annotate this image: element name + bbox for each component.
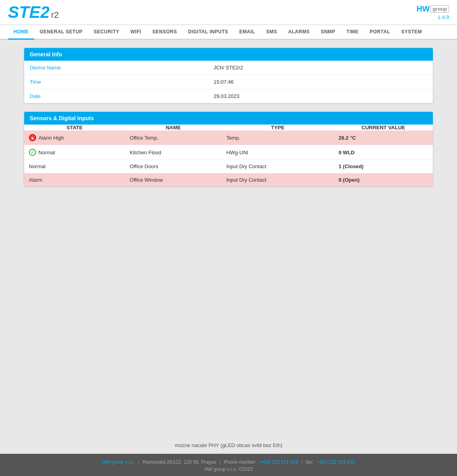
nav-time[interactable]: TIME (341, 25, 364, 39)
nav-system[interactable]: SYSTEM (396, 25, 427, 39)
table-row: ▲ Alarm High Office Temp. Temp. 26.2 °C (24, 131, 433, 145)
version-text: 1.4.9 (438, 14, 449, 20)
page-header: STE2 r2 HW group 1.4.9 (0, 0, 457, 25)
navbar: HOME GENERAL SETUP SECURITY WIFI SENSORS… (0, 25, 457, 40)
nav-wifi[interactable]: WIFI (125, 25, 147, 39)
sensor-name-4: Office Window (125, 173, 222, 187)
table-row: Date 29.03.2023 (24, 89, 433, 104)
sensors-table: STATE NAME TYPE CURRENT VALUE ▲ Alarm Hi… (24, 125, 433, 186)
footer-sep-2: | (220, 459, 221, 465)
sensor-value-1: 26.2 °C (334, 131, 433, 145)
state-cell-1: ▲ Alarm High (24, 131, 125, 145)
device-name-label: Device Name (24, 61, 208, 75)
col-type: TYPE (222, 125, 334, 131)
nav-home[interactable]: HOME (8, 25, 34, 40)
sensor-name-2: Kitchen Flood (125, 145, 222, 160)
footer-sep-3: | (301, 459, 302, 465)
nav-email[interactable]: EMAIL (234, 25, 261, 39)
nav-general-setup[interactable]: GENERAL SETUP (34, 25, 88, 39)
logo-area: STE2 r2 (8, 4, 59, 21)
nav-digital-inputs[interactable]: DIGITAL INPUTS (183, 25, 234, 39)
sensor-type-4: Input Dry Contact (222, 173, 334, 187)
logo-r2: r2 (51, 10, 59, 20)
state-label-1: Alarm High (38, 135, 64, 141)
date-label: Date (24, 89, 208, 104)
footer-phone-link[interactable]: +420 222 511 918 (260, 459, 298, 465)
sensor-type-2: HWg-UNI (222, 145, 334, 160)
footer-fax-link[interactable]: +420 222 513 833 (317, 459, 355, 465)
col-value: CURRENT VALUE (334, 125, 433, 131)
nav-alarms[interactable]: ALARMS (283, 25, 315, 39)
state-cell-4: Alarm (24, 173, 125, 187)
state-cell-2: ✓ Normal (24, 145, 125, 160)
sensor-value-3: 1 (Closed) (334, 160, 433, 173)
sensors-table-header-row: STATE NAME TYPE CURRENT VALUE (24, 125, 433, 131)
footer-address: Rumunská 26/122, 120 00, Prague (143, 459, 216, 465)
time-value: 15:07:46 (208, 75, 433, 89)
footer-sep-1: | (138, 459, 140, 465)
footer-fax-label: fax: (306, 459, 313, 465)
main-content: General Info Device Name JCh/ STE2r2 Tim… (0, 40, 457, 437)
sensor-name-1: Office Temp. (125, 131, 222, 145)
sensor-name-3: Office Doors (125, 160, 222, 173)
nav-sms[interactable]: SMS (261, 25, 283, 39)
table-row: Time 15:07:46 (24, 75, 433, 89)
sensors-header: Sensors & Digital Inputs (24, 112, 433, 125)
sensors-card: Sensors & Digital Inputs STATE NAME TYPE… (24, 111, 433, 187)
table-row: Normal Office Doors Input Dry Contact 1 … (24, 160, 433, 173)
nav-snmp[interactable]: SNMP (315, 25, 341, 39)
date-value: 29.03.2023 (208, 89, 433, 104)
nav-sensors[interactable]: SENSORS (147, 25, 182, 39)
table-row: Device Name JCh/ STE2r2 (24, 61, 433, 75)
general-info-header: General Info (24, 48, 433, 61)
sensor-value-4: 0 (Open) (334, 173, 433, 187)
state-label-3: Normal (29, 163, 46, 169)
device-name-value: JCh/ STE2r2 (208, 61, 433, 75)
footer-company-link[interactable]: HW group s.r.o. (102, 459, 135, 465)
footer: HW group s.r.o. | Rumunská 26/122, 120 0… (0, 454, 457, 476)
footer-copyright: HW group s.r.o. ©2023 (8, 466, 449, 472)
state-label-2: Normal (38, 150, 55, 155)
nav-security[interactable]: SECURITY (88, 25, 125, 39)
sensor-value-2: 0 WLD (334, 145, 433, 160)
table-row: Alarm Office Window Input Dry Contact 0 … (24, 173, 433, 187)
alarm-high-icon: ▲ (29, 134, 36, 141)
col-name: NAME (125, 125, 222, 131)
logo-ste: STE2 (8, 4, 50, 21)
general-info-card: General Info Device Name JCh/ STE2r2 Tim… (24, 48, 433, 104)
hw-logo-group: group (430, 5, 449, 13)
sensor-type-3: Input Dry Contact (222, 160, 334, 173)
general-info-table: Device Name JCh/ STE2r2 Time 15:07:46 Da… (24, 61, 433, 103)
state-cell-3: Normal (24, 160, 125, 173)
normal-icon: ✓ (29, 149, 36, 156)
footer-note: mozne nacate PHY (gLED obcas svitil bez … (0, 437, 457, 454)
sensor-type-1: Temp. (222, 131, 334, 145)
hw-logo-hw: HW (417, 4, 430, 13)
state-label-4: Alarm (29, 177, 42, 183)
table-row: ✓ Normal Kitchen Flood HWg-UNI 0 WLD (24, 145, 433, 160)
time-label: Time (24, 75, 208, 89)
footer-phone-label: Phone number: (224, 459, 256, 465)
footer-line1: HW group s.r.o. | Rumunská 26/122, 120 0… (8, 459, 449, 465)
hw-group-logo: HW group 1.4.9 (417, 4, 449, 20)
nav-portal[interactable]: PORTAL (364, 25, 396, 39)
col-state: STATE (24, 125, 125, 131)
